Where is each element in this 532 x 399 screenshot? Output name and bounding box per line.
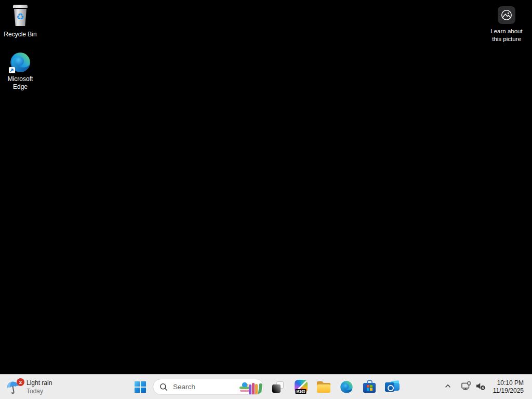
file-explorer-icon bbox=[317, 381, 330, 393]
taskbar: 2 Light rain Today bbox=[0, 374, 532, 399]
taskbar-app-file-explorer[interactable] bbox=[312, 375, 335, 399]
taskbar-app-microsoft-store[interactable] bbox=[358, 375, 381, 399]
outlook-icon bbox=[385, 380, 400, 393]
search-highlight-illustration bbox=[240, 379, 263, 395]
svg-text:♻: ♻ bbox=[16, 11, 24, 22]
start-button[interactable] bbox=[130, 375, 151, 399]
desktop: ♻ Recycle Bin bbox=[0, 0, 532, 399]
taskbar-app-microsoft-edge[interactable] bbox=[335, 375, 358, 399]
hidden-icons-button[interactable] bbox=[440, 375, 456, 399]
learn-about-label: Learn about this picture bbox=[487, 28, 526, 43]
system-tray: 10:10 PM 11/19/2025 bbox=[440, 375, 525, 399]
search-icon bbox=[159, 383, 168, 391]
m365-badge: M365 bbox=[295, 389, 306, 394]
taskbar-center: M365 bbox=[130, 375, 404, 399]
microsoft-store-icon bbox=[363, 380, 376, 394]
weather-period: Today bbox=[26, 388, 52, 395]
chevron-up-icon bbox=[444, 382, 451, 391]
m365-copilot-icon: M365 bbox=[295, 380, 308, 394]
weather-widget[interactable]: 2 Light rain Today bbox=[0, 375, 60, 399]
picture-icon bbox=[498, 6, 515, 24]
weather-condition: Light rain bbox=[26, 379, 52, 387]
edge-label: Microsoft Edge bbox=[2, 75, 39, 91]
task-view-icon bbox=[272, 381, 284, 393]
shortcut-arrow-icon bbox=[9, 67, 15, 73]
search-input[interactable] bbox=[172, 382, 240, 391]
edge-icon bbox=[9, 51, 31, 73]
clock-date: 11/19/2025 bbox=[493, 387, 524, 395]
clock[interactable]: 10:10 PM 11/19/2025 bbox=[492, 377, 525, 397]
weather-badge: 2 bbox=[17, 378, 24, 386]
desktop-icon-recycle-bin[interactable]: ♻ Recycle Bin bbox=[2, 4, 39, 38]
taskbar-app-outlook[interactable] bbox=[381, 375, 404, 399]
recycle-bin-label: Recycle Bin bbox=[4, 31, 36, 38]
display-plug-icon bbox=[461, 381, 472, 392]
windows-logo-icon bbox=[135, 381, 146, 393]
clock-time: 10:10 PM bbox=[493, 379, 524, 387]
bird-icon bbox=[242, 382, 247, 387]
volume-status[interactable] bbox=[474, 375, 488, 399]
recycle-bin-icon: ♻ bbox=[11, 4, 30, 29]
taskbar-app-m365-copilot[interactable]: M365 bbox=[289, 375, 312, 399]
taskbar-app-task-view[interactable] bbox=[267, 375, 289, 399]
learn-about-this-picture[interactable]: Learn about this picture bbox=[487, 6, 526, 43]
edge-icon bbox=[340, 380, 353, 394]
display-network-status[interactable] bbox=[460, 375, 474, 399]
search-box[interactable] bbox=[153, 379, 264, 395]
desktop-icon-microsoft-edge[interactable]: Microsoft Edge bbox=[2, 51, 39, 91]
speaker-muted-icon bbox=[475, 381, 486, 392]
